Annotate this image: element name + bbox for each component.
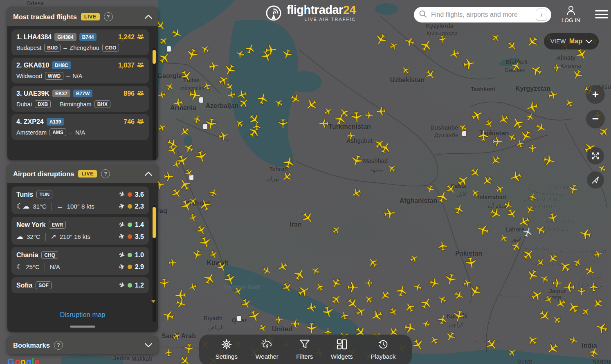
scrollbar-thumb[interactable] <box>153 207 156 238</box>
disruption-map-link[interactable]: Disruption map <box>60 311 106 318</box>
aircraft-marker[interactable] <box>175 289 187 301</box>
status-dot <box>128 283 132 288</box>
arrival-delay: ✈ 3.6 <box>119 190 144 199</box>
aircraft-marker[interactable] <box>290 319 300 329</box>
aircraft-marker[interactable] <box>462 57 475 70</box>
toolbar-weather-button[interactable]: Weather <box>255 339 278 360</box>
scrollbar-thumb[interactable] <box>153 50 156 64</box>
aircraft-marker[interactable] <box>275 316 283 324</box>
aircraft-marker[interactable] <box>589 282 599 292</box>
flight-row[interactable]: 2. GKA610 DH8C 1,037 Wildwood WWD – N/A <box>11 58 149 83</box>
scrollbar-track[interactable] <box>153 48 156 160</box>
toolbar-filters-button[interactable]: Filters <box>296 339 313 360</box>
ground-vehicle-marker[interactable] <box>167 46 171 52</box>
flight-row[interactable]: 1. LHA4384 GI4384 B744 1,242 Budapest BU… <box>11 29 149 55</box>
airport-disruption-row[interactable]: New York EWR ✈ 1.4 ☁32°C ↗210° 16 kts ✈ … <box>11 217 149 245</box>
search-bar[interactable]: / <box>414 7 551 22</box>
aircraft-marker[interactable] <box>173 97 184 109</box>
toolbar-playback-button[interactable]: Playback <box>371 339 395 360</box>
airport-disruption-row[interactable]: Chania CHQ ✈ 1.0 ☾25°C N/A ✈ 2.9 <box>11 247 149 275</box>
airport-code-badge: AMS <box>49 128 66 136</box>
scrollbar-track[interactable] <box>153 205 156 322</box>
aircraft-marker[interactable] <box>465 256 478 269</box>
aircraft-marker[interactable] <box>492 137 502 146</box>
zoom-out-button[interactable]: − <box>586 110 605 128</box>
toolbar-settings-button[interactable]: Settings <box>216 339 238 360</box>
resize-handle[interactable] <box>70 326 95 328</box>
aircraft-marker[interactable] <box>157 90 166 99</box>
panel-title: Airport disruptions <box>13 170 74 178</box>
aircraft-marker[interactable] <box>376 106 386 117</box>
aircraft-marker[interactable] <box>350 111 363 123</box>
aircraft-marker[interactable] <box>319 119 329 128</box>
aircraft-marker[interactable] <box>438 34 447 44</box>
search-input[interactable] <box>430 11 532 19</box>
aircraft-marker[interactable] <box>347 281 358 293</box>
fullscreen-button[interactable] <box>587 147 604 164</box>
search-icon <box>419 10 427 20</box>
chevron-up-icon[interactable] <box>145 172 152 176</box>
menu-icon[interactable] <box>595 10 608 18</box>
weather-icon <box>261 339 273 352</box>
departure-delay: ✈ 2.3 <box>119 202 144 211</box>
bookmarks-header[interactable]: Bookmarks ? <box>7 336 158 354</box>
people-icon <box>137 90 144 97</box>
aircraft-marker[interactable] <box>208 61 219 72</box>
map-attribution: Google <box>7 357 40 364</box>
flight-row[interactable]: 3. UAE39K EK37 B77W 896 Dubai DXB – Birm… <box>11 86 149 112</box>
most-tracked-header[interactable]: Most tracked flights LIVE ? <box>7 7 158 26</box>
help-icon[interactable]: ? <box>101 169 110 178</box>
help-icon[interactable]: ? <box>54 341 63 350</box>
aircraft-marker[interactable] <box>383 207 396 220</box>
chevron-down-icon <box>586 38 592 45</box>
aircraft-marker[interactable] <box>278 119 288 128</box>
aircraft-marker[interactable] <box>164 172 173 182</box>
bookmarks-panel: Bookmarks ? <box>7 336 158 354</box>
toolbar-widgets-button[interactable]: Widgets <box>331 339 353 360</box>
help-icon[interactable]: ? <box>104 12 113 21</box>
aircraft-marker[interactable] <box>437 240 448 252</box>
aircraft-marker[interactable] <box>478 130 489 142</box>
aircraft-marker[interactable] <box>204 117 218 130</box>
aircraft-type-badge: B744 <box>79 33 97 41</box>
wind-direction-icon: ↗ <box>51 232 56 241</box>
airport-code-badge: BUD <box>44 44 61 52</box>
flight-row[interactable]: 4. ZXP24 A139 746 Amsterdam AMS – N/A <box>11 114 149 140</box>
aircraft-marker[interactable] <box>552 278 562 288</box>
locate-me-button[interactable] <box>587 171 604 189</box>
aircraft-marker[interactable] <box>168 258 177 267</box>
airport-code-badge: CGO <box>102 44 119 52</box>
aircraft-marker[interactable] <box>164 348 173 357</box>
zoom-in-button[interactable]: + <box>586 85 605 104</box>
airport-disruption-row[interactable]: Tunis TUN ✈ 3.6 ☾☁31°C ←100° 8 kts ✈ 2.3 <box>11 186 149 214</box>
login-button[interactable]: LOG IN <box>559 5 582 23</box>
aircraft-marker[interactable] <box>265 44 277 56</box>
chevron-down-icon[interactable] <box>145 343 152 347</box>
aircraft-marker[interactable] <box>553 64 561 72</box>
aircraft-marker[interactable] <box>528 144 537 152</box>
aircraft-marker[interactable] <box>306 322 317 334</box>
aircraft-marker[interactable] <box>184 343 194 354</box>
aircraft-marker[interactable] <box>188 88 201 101</box>
moon-cloud-icon: ☾☁ <box>16 202 29 211</box>
ground-vehicle-marker[interactable] <box>237 316 241 321</box>
aircraft-marker[interactable] <box>364 111 373 120</box>
landing-plane-icon: ✈ <box>117 220 126 230</box>
people-icon <box>137 118 144 126</box>
aircraft-marker[interactable] <box>253 123 261 131</box>
takeoff-plane-icon: ✈ <box>118 262 126 272</box>
aircraft-marker[interactable] <box>159 278 170 288</box>
aircraft-marker[interactable] <box>564 281 575 293</box>
flight-number-badge: GI4384 <box>54 33 76 41</box>
aircraft-marker[interactable] <box>347 132 355 140</box>
aircraft-marker[interactable] <box>577 287 586 295</box>
chevron-up-icon[interactable] <box>145 15 152 19</box>
disruptions-header[interactable]: Airport disruptions LIVE ? <box>7 164 158 183</box>
aircraft-marker[interactable] <box>365 279 373 287</box>
airport-code-badge: DXB <box>35 100 51 108</box>
airport-disruption-row[interactable]: Sofia SOF ✈ 1.2 <box>11 277 149 293</box>
view-selector[interactable]: VIEW Map <box>544 33 599 49</box>
flightradar24-logo[interactable]: flightradar24 LIVE AIR TRAFFIC <box>264 4 356 25</box>
departure-delay: ✈ 2.9 <box>119 263 144 271</box>
airport-code-badge: SOF <box>36 281 52 289</box>
